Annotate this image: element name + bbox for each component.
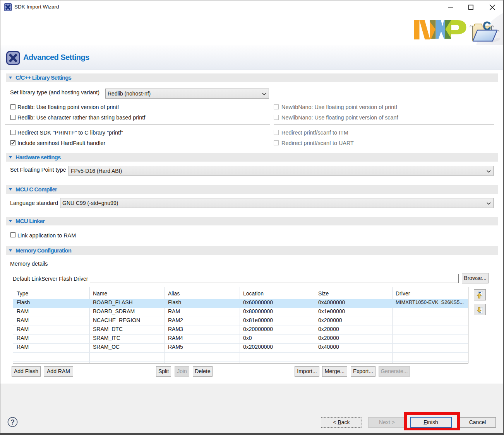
svg-text:?: ? xyxy=(10,418,15,426)
